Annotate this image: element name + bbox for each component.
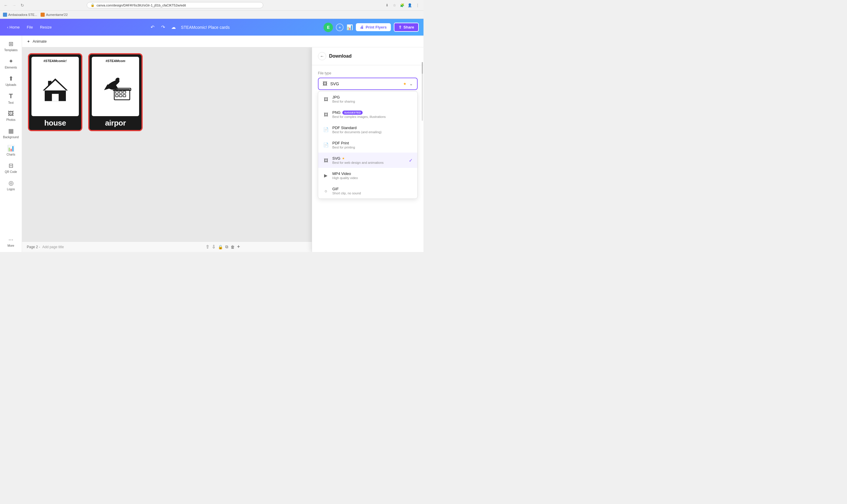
sidebar-item-templates[interactable]: ⊞ Templates <box>1 38 21 54</box>
dropdown-item-gif[interactable]: ○ GIF Short clip, no sound <box>318 183 417 198</box>
home-button[interactable]: ‹ Home <box>5 24 22 31</box>
lock-button[interactable]: 🔒 <box>218 245 223 249</box>
card-house-word: house <box>29 116 81 130</box>
chevron-down-icon: ⌄ <box>409 82 413 86</box>
charts-icon: 📊 <box>7 145 15 152</box>
pdf-standard-icon: 📄 <box>323 127 329 132</box>
png-icon: 🖼 <box>323 112 329 117</box>
add-page-title[interactable]: Add page title <box>42 245 64 249</box>
sidebar-item-elements[interactable]: ✦ Elements <box>1 55 21 71</box>
download-panel: ← Download File type 🖼 SVG ★ ⌄ <box>312 47 424 252</box>
main-area: ⊞ Templates ✦ Elements ⬆ Uploads T Text … <box>0 36 424 252</box>
bookmark-2[interactable]: Aumentame'22 <box>41 13 68 17</box>
card-house[interactable]: #STEAMcomic! <box>28 53 82 131</box>
add-page-button[interactable]: + <box>237 244 240 250</box>
svg-rect-16 <box>123 95 126 97</box>
dropdown-item-mp4[interactable]: ▶ MP4 Video High quality video <box>318 168 417 183</box>
card-house-hashtag: #STEAMcomic! <box>43 59 67 62</box>
scrollbar-thumb[interactable] <box>422 62 423 74</box>
delete-button[interactable]: 🗑 <box>231 245 235 249</box>
canvas-wrapper: #STEAMcomic! <box>22 47 424 252</box>
user-avatar[interactable]: E <box>324 23 333 32</box>
pdf-standard-name: PDF Standard <box>332 126 413 130</box>
sidebar-item-text[interactable]: T Text <box>1 90 21 107</box>
lock-icon: 🔒 <box>91 3 95 7</box>
sidebar-item-charts[interactable]: 📊 Charts <box>1 142 21 159</box>
page-label: Page 2 - <box>27 245 40 249</box>
mp4-name: MP4 Video <box>332 172 413 176</box>
card-airport[interactable]: #STEAMcom <box>88 53 143 131</box>
star-icon[interactable]: ☆ <box>392 2 398 8</box>
file-button[interactable]: File <box>24 24 35 31</box>
png-name: PNG SUGGESTED <box>332 110 413 115</box>
undo-redo: ↶ ↷ ☁ <box>148 23 178 32</box>
select-type-text: SVG <box>330 82 400 86</box>
bookmark-icon-1 <box>3 13 7 17</box>
svg-name: SVG ★ <box>332 156 405 161</box>
svg-rect-13 <box>123 91 126 93</box>
sidebar-item-more[interactable]: ··· More <box>1 234 21 250</box>
share-button[interactable]: ⇧ Share <box>394 23 419 32</box>
profile-icon[interactable]: 👤 <box>407 2 413 8</box>
pdf-print-desc: Best for printing <box>332 146 413 149</box>
svg-rect-12 <box>119 91 122 93</box>
background-icon: ▦ <box>8 127 14 134</box>
sidebar-item-background[interactable]: ▦ Background <box>1 125 21 141</box>
jpg-icon: 🖼 <box>323 97 329 102</box>
scrollbar-track[interactable] <box>422 62 423 121</box>
svg-desc: Best for web design and animations <box>332 161 405 164</box>
canvas-container: ✦ Animate #STEAMcomic! <box>22 36 424 252</box>
card-house-inner: #STEAMcomic! <box>32 57 79 116</box>
nav-up-button[interactable]: ⇧ <box>205 244 210 250</box>
printer-icon: 🖨 <box>360 25 364 30</box>
more-icon: ··· <box>8 236 14 243</box>
undo-button[interactable]: ↶ <box>148 23 157 32</box>
nav-down-button[interactable]: ⇩ <box>212 244 216 250</box>
save-cloud-button[interactable]: ☁ <box>169 23 178 32</box>
bookmark-1[interactable]: Ambaixadora STE... <box>3 13 37 17</box>
browser-back[interactable]: ← <box>3 2 9 8</box>
analytics-button[interactable]: 📊 <box>346 24 353 31</box>
extensions-icon[interactable]: 🧩 <box>399 2 405 8</box>
print-flyers-button[interactable]: 🖨 Print Flyers <box>356 23 391 31</box>
dropdown-item-pdf-standard[interactable]: 📄 PDF Standard Best for documents (and e… <box>318 122 417 137</box>
select-svg-icon: 🖼 <box>323 81 327 87</box>
menu-icon[interactable]: ⋮ <box>415 2 420 8</box>
address-bar[interactable]: 🔒 canva.com/design/DAFAY6s3liU/sGlr-1_j0… <box>87 2 263 8</box>
add-collaborator-button[interactable]: + <box>336 23 343 31</box>
sidebar-item-photos[interactable]: 🖼 Photos <box>1 108 21 124</box>
animate-label[interactable]: Animate <box>33 39 47 43</box>
svg-rect-4 <box>52 94 58 101</box>
file-type-dropdown: 🖼 JPG Best for sharing 🖼 <box>318 91 418 199</box>
top-toolbar: ‹ Home File Resize ↶ ↷ ☁ STEAMcomic! Pla… <box>0 19 424 36</box>
redo-button[interactable]: ↷ <box>159 23 167 32</box>
uploads-icon: ⬆ <box>8 75 14 82</box>
photos-icon: 🖼 <box>8 110 14 117</box>
dropdown-item-svg[interactable]: 🖼 SVG ★ Best for web design and animatio… <box>318 152 417 168</box>
gif-content: GIF Short clip, no sound <box>332 187 413 195</box>
download-back-button[interactable]: ← <box>318 52 326 60</box>
browser-refresh[interactable]: ↻ <box>19 2 25 8</box>
jpg-desc: Best for sharing <box>332 100 413 103</box>
dropdown-item-pdf-print[interactable]: 📄 PDF Print Best for printing <box>318 137 417 152</box>
browser-forward[interactable]: → <box>11 2 17 8</box>
resize-button[interactable]: Resize <box>38 24 54 31</box>
duplicate-button[interactable]: ⧉ <box>225 244 228 249</box>
download-icon[interactable]: ⬇ <box>384 2 390 8</box>
sidebar-item-logos[interactable]: ◎ Logos <box>1 177 21 193</box>
file-type-select[interactable]: 🖼 SVG ★ ⌄ <box>318 78 418 90</box>
dropdown-item-png[interactable]: 🖼 PNG SUGGESTED Best for complex images,… <box>318 107 417 122</box>
card-airport-hashtag: #STEAMcom <box>106 59 125 62</box>
pdf-print-icon: 📄 <box>323 142 329 148</box>
dropdown-item-jpg[interactable]: 🖼 JPG Best for sharing <box>318 91 417 107</box>
svg-content: SVG ★ Best for web design and animations <box>332 156 405 164</box>
logos-icon: ◎ <box>8 179 14 186</box>
bookmarks-bar: Ambaixadora STE... Aumentame'22 <box>0 11 424 19</box>
templates-icon: ⊞ <box>8 40 14 47</box>
sidebar-item-qrcode[interactable]: ⊟ QR Code <box>1 160 21 176</box>
text-icon: T <box>9 92 13 100</box>
sidebar-item-uploads[interactable]: ⬆ Uploads <box>1 73 21 89</box>
svg-star-icon: ★ <box>342 157 345 160</box>
svg-icon: 🖼 <box>323 158 329 163</box>
animate-bar: ✦ Animate <box>22 36 424 47</box>
